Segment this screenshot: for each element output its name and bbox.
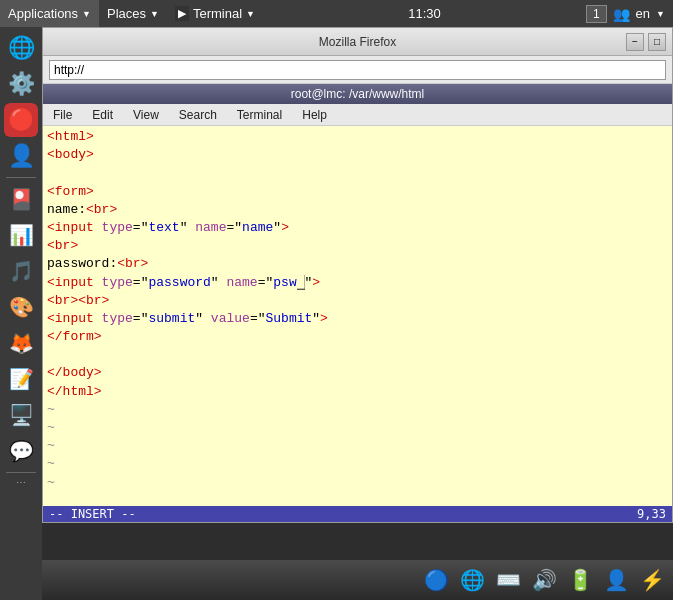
menu-terminal[interactable]: Terminal	[227, 106, 292, 124]
terminal-titlebar: root@lmc: /var/www/html	[43, 84, 672, 104]
workspace-indicator[interactable]: 1	[586, 5, 607, 23]
code-line-13	[47, 346, 668, 364]
tilde-4: ~	[47, 455, 668, 473]
terminal-title: root@lmc: /var/www/html	[291, 87, 425, 101]
bottom-icon-5[interactable]: 🔊	[527, 563, 561, 597]
url-input[interactable]	[49, 60, 666, 80]
code-line-2: <body>	[47, 146, 668, 164]
bottom-icon-6[interactable]: 🔋	[563, 563, 597, 597]
code-line-3	[47, 164, 668, 182]
applications-caret: ▼	[82, 9, 91, 19]
dock-icon-6[interactable]: 📊	[4, 218, 38, 252]
firefox-window: Mozilla Firefox − □ root@lmc: /var/www/h…	[42, 27, 673, 523]
code-line-10: <br><br>	[47, 292, 668, 310]
taskbar: Applications ▼ Places ▼ ▶ Terminal ▼ 11:…	[0, 0, 673, 27]
dock-icon-3[interactable]: 🔴	[4, 103, 38, 137]
menu-edit[interactable]: Edit	[82, 106, 123, 124]
url-bar	[43, 56, 672, 84]
terminal-menubar: File Edit View Search Terminal Help	[43, 104, 672, 126]
code-line-15: </html>	[47, 383, 668, 401]
dock-icon-10[interactable]: 📝	[4, 362, 38, 396]
code-line-14: </body>	[47, 364, 668, 382]
terminal-label: Terminal	[193, 6, 242, 21]
bottom-icon-4[interactable]: ⌨️	[491, 563, 525, 597]
menu-view[interactable]: View	[123, 106, 169, 124]
tilde-3: ~	[47, 437, 668, 455]
lang-caret: ▼	[656, 9, 665, 19]
terminal-window: root@lmc: /var/www/html File Edit View S…	[43, 84, 672, 522]
dock-separator-2	[6, 472, 36, 473]
dock-icon-7[interactable]: 🎵	[4, 254, 38, 288]
applications-label: Applications	[8, 6, 78, 21]
dock-more[interactable]: ⋯	[16, 477, 26, 488]
dock: 🌐 ⚙️ 🔴 👤 🎴 📊 🎵 🎨 🦊 📝 🖥️ 💬 ⋯	[0, 27, 42, 600]
terminal-status-bar: -- INSERT -- 9,33	[43, 506, 672, 522]
cursor-position: 9,33	[637, 507, 666, 521]
menu-search[interactable]: Search	[169, 106, 227, 124]
code-line-12: </form>	[47, 328, 668, 346]
code-line-7: <br>	[47, 237, 668, 255]
places-caret: ▼	[150, 9, 159, 19]
insert-mode: -- INSERT --	[49, 507, 136, 521]
tilde-2: ~	[47, 419, 668, 437]
window-controls: − □	[626, 33, 666, 51]
minimize-button[interactable]: −	[626, 33, 644, 51]
applications-menu[interactable]: Applications ▼	[0, 0, 99, 27]
code-line-8: password:<br>	[47, 255, 668, 273]
firefox-title: Mozilla Firefox	[319, 35, 396, 49]
tilde-5: ~	[47, 474, 668, 492]
dock-icon-9[interactable]: 🦊	[4, 326, 38, 360]
bottom-icon-7[interactable]: 👤	[599, 563, 633, 597]
terminal-menu[interactable]: ▶ Terminal ▼	[167, 0, 263, 27]
tilde-1: ~	[47, 401, 668, 419]
places-label: Places	[107, 6, 146, 21]
taskbar-center: 11:30	[263, 6, 586, 21]
code-line-9: <input type="password" name="psw█">	[47, 274, 668, 292]
bottom-right-icons: 🔵 🌐 ⌨️ 🔊 🔋 👤 ⚡	[419, 563, 669, 597]
code-line-11: <input type="submit" value="Submit">	[47, 310, 668, 328]
menu-help[interactable]: Help	[292, 106, 337, 124]
main-content: Mozilla Firefox − □ root@lmc: /var/www/h…	[42, 27, 673, 560]
code-line-6: <input type="text" name="name">	[47, 219, 668, 237]
bottom-icon-8[interactable]: ⚡	[635, 563, 669, 597]
dock-icon-1[interactable]: 🌐	[4, 31, 38, 65]
time-display: 11:30	[408, 6, 441, 21]
firefox-titlebar: Mozilla Firefox − □	[43, 28, 672, 56]
dock-icon-2[interactable]: ⚙️	[4, 67, 38, 101]
dock-icon-12[interactable]: 💬	[4, 434, 38, 468]
places-menu[interactable]: Places ▼	[99, 0, 167, 27]
dock-icon-5[interactable]: 🎴	[4, 182, 38, 216]
terminal-caret: ▼	[246, 9, 255, 19]
code-line-4: <form>	[47, 183, 668, 201]
dock-separator	[6, 177, 36, 178]
bottom-taskbar: 📄 🔵 🌐 ⌨️ 🔊 🔋 👤 ⚡	[0, 560, 673, 600]
taskbar-right: 1 👥 en ▼	[586, 5, 673, 23]
menu-file[interactable]: File	[43, 106, 82, 124]
dock-icon-4[interactable]: 👤	[4, 139, 38, 173]
dock-icon-8[interactable]: 🎨	[4, 290, 38, 324]
code-line-5: name:<br>	[47, 201, 668, 219]
terminal-icon: ▶	[175, 6, 189, 21]
bottom-icon-2[interactable]: 🔵	[419, 563, 453, 597]
dock-icon-11[interactable]: 🖥️	[4, 398, 38, 432]
lang-indicator[interactable]: en	[636, 6, 650, 21]
user-icon: 👥	[613, 6, 630, 22]
maximize-button[interactable]: □	[648, 33, 666, 51]
bottom-icon-3[interactable]: 🌐	[455, 563, 489, 597]
terminal-code-area: <html> <body> <form> name:<br> <input ty…	[43, 126, 672, 506]
code-line-1: <html>	[47, 128, 668, 146]
